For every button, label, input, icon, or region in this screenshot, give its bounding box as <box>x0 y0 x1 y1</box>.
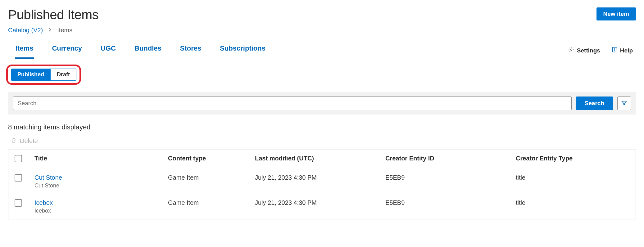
help-label: Help <box>620 47 633 54</box>
trash-icon <box>11 137 17 145</box>
table-row: Icebox Icebox Game Item July 21, 2023 4:… <box>8 194 636 219</box>
table-row: Cut Stone Cut Stone Game Item July 21, 2… <box>8 169 636 194</box>
tabs: Items Currency UGC Bundles Stores Subscr… <box>8 44 266 59</box>
col-title[interactable]: Title <box>28 150 162 169</box>
toggle-draft[interactable]: Draft <box>50 69 76 80</box>
svg-point-0 <box>570 49 572 51</box>
cell-content-type: Game Item <box>162 194 249 219</box>
search-bar: Search <box>8 92 636 115</box>
tab-currency[interactable]: Currency <box>51 44 83 59</box>
toggle-published[interactable]: Published <box>11 69 50 80</box>
row-checkbox[interactable] <box>15 174 22 182</box>
col-last-modified[interactable]: Last modified (UTC) <box>249 150 379 169</box>
settings-link[interactable]: Settings <box>568 47 600 54</box>
tab-stores[interactable]: Stores <box>179 44 202 59</box>
help-link[interactable]: Help <box>611 47 633 54</box>
breadcrumb-current: Items <box>57 27 72 34</box>
row-checkbox[interactable] <box>15 199 22 207</box>
col-creator-id[interactable]: Creator Entity ID <box>379 150 510 169</box>
page-title: Published Items <box>8 7 98 22</box>
cell-last-modified: July 21, 2023 4:30 PM <box>249 169 379 194</box>
item-subtitle: Cut Stone <box>34 182 156 189</box>
tab-bundles[interactable]: Bundles <box>134 44 162 59</box>
tab-items[interactable]: Items <box>15 44 34 59</box>
filter-button[interactable] <box>617 97 631 110</box>
gear-icon <box>568 47 574 54</box>
tab-ugc[interactable]: UGC <box>100 44 116 59</box>
item-title-link[interactable]: Cut Stone <box>34 174 156 181</box>
filter-icon <box>621 100 627 107</box>
col-content-type[interactable]: Content type <box>162 150 249 169</box>
settings-label: Settings <box>577 47 600 54</box>
status-toggle: Published Draft <box>11 69 76 81</box>
delete-label: Delete <box>20 137 38 145</box>
help-icon <box>611 47 618 54</box>
tab-subscriptions[interactable]: Subscriptions <box>219 44 266 59</box>
item-title-link[interactable]: Icebox <box>34 199 156 206</box>
breadcrumb-parent[interactable]: Catalog (V2) <box>8 27 43 34</box>
status-toggle-highlight: Published Draft <box>6 65 81 85</box>
search-button[interactable]: Search <box>576 97 613 110</box>
cell-creator-id: E5EB9 <box>379 169 510 194</box>
cell-creator-id: E5EB9 <box>379 194 510 219</box>
search-input[interactable] <box>13 97 572 110</box>
results-count: 8 matching items displayed <box>8 123 636 131</box>
svg-rect-1 <box>612 47 616 52</box>
col-creator-type[interactable]: Creator Entity Type <box>510 150 636 169</box>
cell-creator-type: title <box>510 194 636 219</box>
item-subtitle: Icebox <box>34 208 156 214</box>
cell-last-modified: July 21, 2023 4:30 PM <box>249 194 379 219</box>
cell-creator-type: title <box>510 169 636 194</box>
cell-content-type: Game Item <box>162 169 249 194</box>
breadcrumb: Catalog (V2) Items <box>8 27 636 34</box>
select-all-checkbox[interactable] <box>15 155 22 162</box>
chevron-right-icon <box>48 28 52 33</box>
new-item-button[interactable]: New item <box>596 7 636 20</box>
svg-point-2 <box>614 51 615 51</box>
delete-action[interactable]: Delete <box>8 137 636 145</box>
items-table: Title Content type Last modified (UTC) C… <box>8 150 636 219</box>
